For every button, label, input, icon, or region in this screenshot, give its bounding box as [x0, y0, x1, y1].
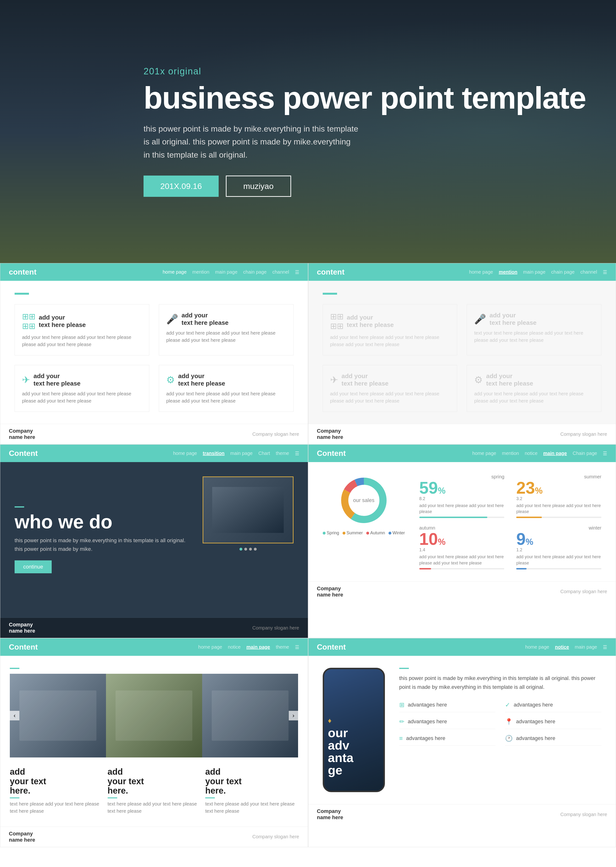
feature-card-2: 🎤 add yourtext here please add your text… [159, 304, 294, 355]
feature-6-title: add yourtext here please [489, 312, 537, 327]
cap-1-text: text here please add your text here plea… [10, 800, 103, 815]
advantages-grid: ⊞ advantages here ✓ advantages here ✏ ad… [399, 701, 602, 746]
legend-autumn: Autumn [366, 531, 385, 536]
gallery-nav-notice[interactable]: notice [228, 644, 240, 650]
gallery-nav-theme[interactable]: theme [276, 644, 289, 650]
slide-1-title: content [9, 268, 36, 276]
hamburger-icon[interactable]: ☰ [295, 269, 299, 275]
nav2-chain[interactable]: chain page [551, 269, 575, 275]
stat-autumn-bar [420, 568, 504, 570]
phone-nav-home[interactable]: home page [525, 644, 549, 650]
donut-company: Companyname here [317, 586, 343, 598]
hero-btn-date[interactable]: 201X.09.16 [143, 176, 218, 197]
who-we-do-heading: who we do [14, 512, 193, 531]
nav-home[interactable]: home page [163, 269, 187, 275]
donut-nav-notice[interactable]: notice [525, 451, 537, 456]
hero-btn-author[interactable]: muziyao [226, 176, 291, 197]
slide-2-header: content home page mention main page chai… [308, 263, 616, 281]
phone-overlay-text: ♦ ouradvantage [328, 716, 380, 776]
grid-icon-2: ⊞⊞⊞⊞ [330, 312, 344, 331]
legend-label-winter: Winter [393, 531, 405, 536]
preview-img-content [212, 487, 284, 533]
nav-mention[interactable]: mention [192, 269, 209, 275]
feature-8-text: add your text here please add your text … [474, 390, 594, 404]
nav-main[interactable]: main page [215, 269, 237, 275]
donut-nav-chain[interactable]: Chain page [573, 451, 597, 456]
hero-subtitle: 201x original [143, 66, 586, 77]
feature-3-title: add yourtext here please [33, 372, 81, 387]
slide-1-nav: home page mention main page chain page c… [163, 269, 299, 275]
legend-label-summer: Summer [347, 531, 363, 536]
adv-icon-6: 🕐 [505, 735, 513, 742]
who-left: who we do this power point is made by mi… [14, 476, 193, 603]
cap-3-line [205, 797, 215, 798]
who-header: Content home page transition main page C… [0, 444, 308, 462]
who-nav: home page transition main page Chart the… [173, 451, 299, 456]
hamburger-icon-6[interactable]: ☰ [603, 644, 607, 650]
hamburger-icon-3[interactable]: ☰ [295, 451, 299, 456]
gallery-img-3-inner [202, 674, 298, 757]
feature-card-7: ✈ add yourtext here please add your text… [323, 365, 457, 412]
gallery-body: ‹ › [0, 656, 308, 826]
legend-dot-spring [323, 532, 325, 534]
donut-nav-mention[interactable]: mention [502, 451, 519, 456]
donut-footer: Companyname here Company slogan here [308, 581, 616, 602]
donut-title: Content [317, 449, 346, 458]
nav2-mention[interactable]: mention [499, 269, 517, 275]
hamburger-icon-2[interactable]: ☰ [603, 269, 607, 275]
donut-nav-home[interactable]: home page [472, 451, 496, 456]
hamburger-icon-5[interactable]: ☰ [295, 644, 299, 650]
dot-3 [249, 548, 252, 551]
donut-nav-main[interactable]: main page [543, 451, 567, 456]
accent-bar-2 [323, 293, 337, 295]
stat-winter-season: winter [516, 525, 602, 531]
gallery-footer: Companyname here Company slogan here [0, 826, 308, 847]
slide-1-body: ⊞⊞⊞⊞ add yourtext here please add your t… [0, 281, 308, 424]
who-nav-theme[interactable]: theme [276, 451, 289, 456]
phone-accent-bar [399, 668, 409, 669]
stat-spring-text: add your text here please add your text … [420, 503, 504, 515]
hamburger-icon-4[interactable]: ☰ [603, 451, 607, 456]
phone-nav-main[interactable]: main page [575, 644, 597, 650]
adv-icon-3: ✏ [399, 718, 404, 726]
donut-center-text: our sales [353, 497, 374, 503]
preview-inner [212, 487, 284, 533]
adv-text-3: advantages here [408, 718, 447, 725]
company-slogan-2: Company slogan here [560, 432, 607, 437]
feature-3-text: add your text here please add your text … [22, 390, 142, 404]
phone-header: Content home page notice main page ☰ [308, 638, 616, 656]
donut-wrapper: our sales [338, 474, 390, 527]
phone-nav-notice[interactable]: notice [555, 644, 569, 650]
legend-dot-autumn [366, 532, 369, 534]
gallery-nav-main[interactable]: main page [247, 644, 270, 650]
gallery-accent-bar [10, 668, 19, 669]
adv-text-1: advantages here [408, 702, 447, 708]
nav2-channel[interactable]: channel [580, 269, 597, 275]
gallery-next-arrow[interactable]: › [289, 711, 298, 720]
feature-1-icon-row: ⊞⊞⊞⊞ add yourtext here please [22, 312, 142, 331]
donut-chart-area: our sales Spring Summer Autumn [323, 474, 405, 536]
gallery-prev-arrow[interactable]: ‹ [10, 711, 19, 720]
hero-description: this power point is made by mike.everyth… [143, 122, 359, 161]
gallery-nav-home[interactable]: home page [198, 644, 222, 650]
continue-button[interactable]: continue [14, 561, 52, 573]
company-slogan-1: Company slogan here [252, 432, 299, 437]
who-nav-main[interactable]: main page [230, 451, 253, 456]
who-we-do-desc: this power point is made by mike.everyth… [14, 536, 193, 553]
phone-title: Content [317, 642, 346, 652]
who-nav-transition[interactable]: transition [203, 451, 225, 456]
who-nav-home[interactable]: home page [173, 451, 197, 456]
hero-buttons: 201X.09.16 muziyao [143, 176, 586, 197]
stat-summer-num: 23% [516, 479, 602, 496]
stat-winter: winter 9% 1.2 add your text here please … [516, 525, 602, 569]
nav-chain[interactable]: chain page [243, 269, 267, 275]
who-nav-chart[interactable]: Chart [258, 451, 270, 456]
nav2-home[interactable]: home page [469, 269, 493, 275]
feature-1-text: add your text here please add your text … [22, 334, 142, 348]
feature-card-1: ⊞⊞⊞⊞ add yourtext here please add your t… [14, 304, 149, 355]
who-accent-bar [14, 506, 24, 507]
who-slogan: Company slogan here [252, 625, 299, 631]
nav-channel[interactable]: channel [272, 269, 289, 275]
nav2-main[interactable]: main page [523, 269, 545, 275]
donut-stats: spring 59% 8.2 add your text here please… [420, 474, 602, 570]
